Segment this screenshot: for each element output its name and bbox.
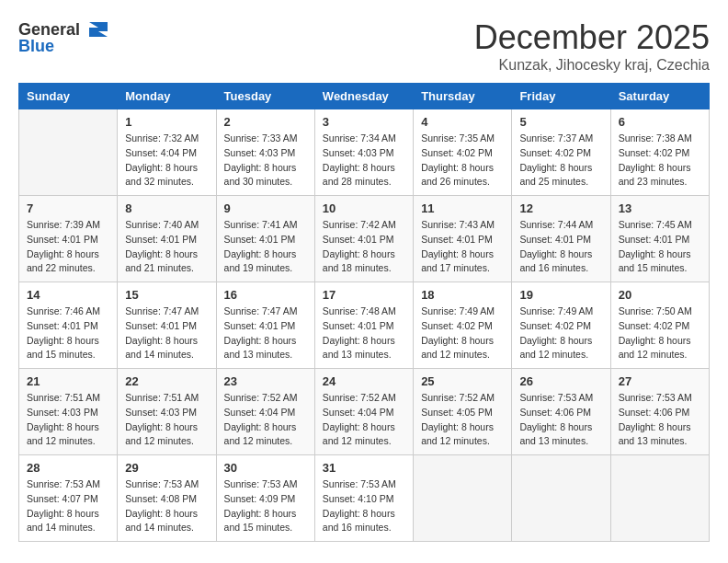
day-info: Sunrise: 7:38 AMSunset: 4:02 PMDaylight:…	[619, 132, 701, 190]
day-info: Sunrise: 7:51 AMSunset: 4:03 PMDaylight:…	[125, 391, 208, 449]
day-cell: 1Sunrise: 7:32 AMSunset: 4:04 PMDaylight…	[118, 109, 216, 196]
day-number: 10	[323, 201, 405, 215]
day-info: Sunrise: 7:45 AMSunset: 4:01 PMDaylight:…	[619, 218, 701, 276]
day-cell: 7Sunrise: 7:39 AMSunset: 4:01 PMDaylight…	[19, 196, 118, 282]
day-info: Sunrise: 7:32 AMSunset: 4:04 PMDaylight:…	[125, 132, 208, 190]
header: General Blue December 2025 Kunzak, Jihoc…	[18, 18, 710, 74]
day-info: Sunrise: 7:33 AMSunset: 4:03 PMDaylight:…	[224, 132, 307, 190]
day-info: Sunrise: 7:49 AMSunset: 4:02 PMDaylight:…	[519, 304, 602, 362]
day-cell: 30Sunrise: 7:53 AMSunset: 4:09 PMDayligh…	[216, 455, 314, 542]
day-cell: 14Sunrise: 7:46 AMSunset: 4:01 PMDayligh…	[19, 282, 118, 369]
day-info: Sunrise: 7:37 AMSunset: 4:02 PMDaylight:…	[519, 132, 602, 190]
day-info: Sunrise: 7:51 AMSunset: 4:03 PMDaylight:…	[27, 391, 109, 449]
week-row-1: 1Sunrise: 7:32 AMSunset: 4:04 PMDaylight…	[19, 109, 710, 196]
week-row-5: 28Sunrise: 7:53 AMSunset: 4:07 PMDayligh…	[19, 455, 710, 542]
day-cell	[610, 455, 709, 542]
day-number: 9	[224, 201, 307, 215]
weekday-header-sunday: Sunday	[19, 84, 118, 109]
weekday-header-tuesday: Tuesday	[216, 84, 314, 109]
day-info: Sunrise: 7:46 AMSunset: 4:01 PMDaylight:…	[27, 304, 109, 362]
day-info: Sunrise: 7:53 AMSunset: 4:06 PMDaylight:…	[519, 391, 602, 449]
day-cell: 18Sunrise: 7:49 AMSunset: 4:02 PMDayligh…	[414, 282, 512, 369]
week-row-2: 7Sunrise: 7:39 AMSunset: 4:01 PMDaylight…	[19, 196, 710, 282]
day-info: Sunrise: 7:52 AMSunset: 4:05 PMDaylight:…	[421, 391, 504, 449]
day-cell: 3Sunrise: 7:34 AMSunset: 4:03 PMDaylight…	[314, 109, 413, 196]
day-number: 3	[323, 115, 405, 129]
day-cell: 5Sunrise: 7:37 AMSunset: 4:02 PMDaylight…	[512, 109, 610, 196]
day-info: Sunrise: 7:53 AMSunset: 4:07 PMDaylight:…	[27, 477, 109, 535]
day-number: 5	[519, 115, 602, 129]
day-info: Sunrise: 7:52 AMSunset: 4:04 PMDaylight:…	[323, 391, 405, 449]
day-number: 11	[421, 201, 504, 215]
day-number: 27	[619, 374, 701, 388]
weekday-header-monday: Monday	[118, 84, 216, 109]
day-info: Sunrise: 7:39 AMSunset: 4:01 PMDaylight:…	[27, 218, 109, 276]
logo-icon	[82, 18, 109, 40]
day-cell: 15Sunrise: 7:47 AMSunset: 4:01 PMDayligh…	[118, 282, 216, 369]
day-cell: 28Sunrise: 7:53 AMSunset: 4:07 PMDayligh…	[19, 455, 118, 542]
subtitle: Kunzak, Jihocesky kraj, Czechia	[474, 57, 710, 74]
day-number: 6	[619, 115, 701, 129]
day-number: 4	[421, 115, 504, 129]
title-area: December 2025 Kunzak, Jihocesky kraj, Cz…	[474, 18, 710, 74]
day-number: 23	[224, 374, 307, 388]
day-number: 2	[224, 115, 307, 129]
day-info: Sunrise: 7:48 AMSunset: 4:01 PMDaylight:…	[323, 304, 405, 362]
day-number: 16	[224, 288, 307, 302]
day-info: Sunrise: 7:53 AMSunset: 4:08 PMDaylight:…	[125, 477, 208, 535]
day-cell	[512, 455, 610, 542]
day-number: 25	[421, 374, 504, 388]
day-cell: 4Sunrise: 7:35 AMSunset: 4:02 PMDaylight…	[414, 109, 512, 196]
week-row-3: 14Sunrise: 7:46 AMSunset: 4:01 PMDayligh…	[19, 282, 710, 369]
day-info: Sunrise: 7:53 AMSunset: 4:06 PMDaylight:…	[619, 391, 701, 449]
day-info: Sunrise: 7:52 AMSunset: 4:04 PMDaylight:…	[224, 391, 307, 449]
day-cell: 31Sunrise: 7:53 AMSunset: 4:10 PMDayligh…	[314, 455, 413, 542]
day-info: Sunrise: 7:35 AMSunset: 4:02 PMDaylight:…	[421, 132, 504, 190]
svg-marker-0	[89, 22, 108, 37]
day-cell: 8Sunrise: 7:40 AMSunset: 4:01 PMDaylight…	[118, 196, 216, 282]
day-info: Sunrise: 7:43 AMSunset: 4:01 PMDaylight:…	[421, 218, 504, 276]
day-info: Sunrise: 7:53 AMSunset: 4:10 PMDaylight:…	[323, 477, 405, 535]
day-cell: 10Sunrise: 7:42 AMSunset: 4:01 PMDayligh…	[314, 196, 413, 282]
day-cell: 22Sunrise: 7:51 AMSunset: 4:03 PMDayligh…	[118, 369, 216, 455]
weekday-header-friday: Friday	[512, 84, 610, 109]
day-number: 13	[619, 201, 701, 215]
day-cell: 20Sunrise: 7:50 AMSunset: 4:02 PMDayligh…	[610, 282, 709, 369]
calendar: SundayMondayTuesdayWednesdayThursdayFrid…	[18, 83, 710, 542]
day-number: 18	[421, 288, 504, 302]
day-number: 20	[619, 288, 701, 302]
day-info: Sunrise: 7:44 AMSunset: 4:01 PMDaylight:…	[519, 218, 602, 276]
day-number: 24	[323, 374, 405, 388]
week-row-4: 21Sunrise: 7:51 AMSunset: 4:03 PMDayligh…	[19, 369, 710, 455]
day-number: 22	[125, 374, 208, 388]
day-cell: 21Sunrise: 7:51 AMSunset: 4:03 PMDayligh…	[19, 369, 118, 455]
day-cell: 17Sunrise: 7:48 AMSunset: 4:01 PMDayligh…	[314, 282, 413, 369]
day-cell: 25Sunrise: 7:52 AMSunset: 4:05 PMDayligh…	[414, 369, 512, 455]
day-number: 21	[27, 374, 109, 388]
day-cell: 26Sunrise: 7:53 AMSunset: 4:06 PMDayligh…	[512, 369, 610, 455]
day-cell: 29Sunrise: 7:53 AMSunset: 4:08 PMDayligh…	[118, 455, 216, 542]
day-cell: 27Sunrise: 7:53 AMSunset: 4:06 PMDayligh…	[610, 369, 709, 455]
day-number: 12	[519, 201, 602, 215]
day-cell: 24Sunrise: 7:52 AMSunset: 4:04 PMDayligh…	[314, 369, 413, 455]
day-number: 7	[27, 201, 109, 215]
day-info: Sunrise: 7:40 AMSunset: 4:01 PMDaylight:…	[125, 218, 208, 276]
day-number: 31	[323, 461, 405, 475]
day-number: 19	[519, 288, 602, 302]
day-cell	[19, 109, 118, 196]
day-number: 15	[125, 288, 208, 302]
day-number: 26	[519, 374, 602, 388]
day-cell: 2Sunrise: 7:33 AMSunset: 4:03 PMDaylight…	[216, 109, 314, 196]
weekday-header-row: SundayMondayTuesdayWednesdayThursdayFrid…	[19, 84, 710, 109]
day-cell: 12Sunrise: 7:44 AMSunset: 4:01 PMDayligh…	[512, 196, 610, 282]
day-cell: 16Sunrise: 7:47 AMSunset: 4:01 PMDayligh…	[216, 282, 314, 369]
day-cell: 6Sunrise: 7:38 AMSunset: 4:02 PMDaylight…	[610, 109, 709, 196]
day-number: 17	[323, 288, 405, 302]
weekday-header-thursday: Thursday	[414, 84, 512, 109]
day-number: 8	[125, 201, 208, 215]
day-cell: 19Sunrise: 7:49 AMSunset: 4:02 PMDayligh…	[512, 282, 610, 369]
day-info: Sunrise: 7:47 AMSunset: 4:01 PMDaylight:…	[125, 304, 208, 362]
day-info: Sunrise: 7:47 AMSunset: 4:01 PMDaylight:…	[224, 304, 307, 362]
day-info: Sunrise: 7:50 AMSunset: 4:02 PMDaylight:…	[619, 304, 701, 362]
day-cell: 11Sunrise: 7:43 AMSunset: 4:01 PMDayligh…	[414, 196, 512, 282]
